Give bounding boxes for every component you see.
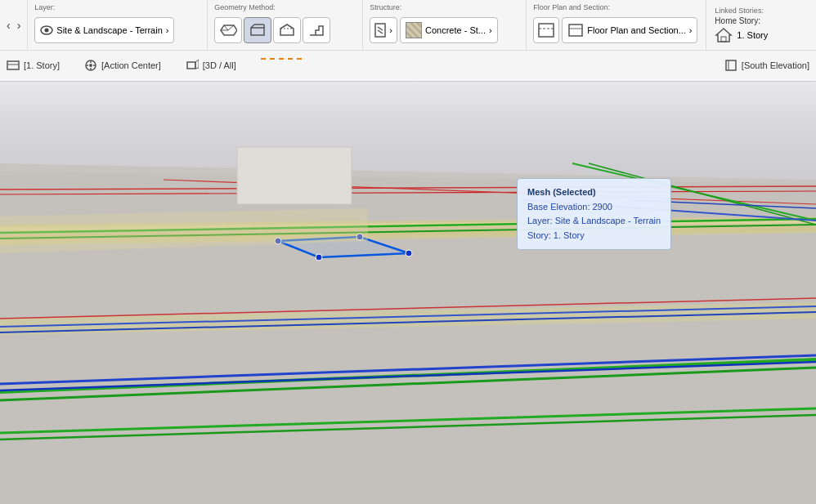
- svg-marker-21: [716, 29, 731, 42]
- structure-label: Structure:: [370, 3, 519, 11]
- floor-label: Floor Plan and Section:: [533, 3, 699, 11]
- layer-dropdown[interactable]: Site & Landscape - Terrain ›: [34, 17, 174, 43]
- structure-arrow-chevron: ›: [389, 25, 392, 35]
- svg-marker-13: [310, 26, 323, 35]
- toolbar-bottom-row: [1. Story] [Action Center] [3D / All]: [0, 51, 816, 80]
- slanted-icon: [278, 22, 296, 38]
- layer-chevron: ›: [166, 25, 169, 35]
- structure-content: › Concrete - St... ›: [370, 14, 519, 47]
- structure-arrow-btn[interactable]: ›: [370, 17, 397, 43]
- action-center-label: [Action Center]: [101, 60, 161, 70]
- linked-stories-label: Linked Stories:: [715, 7, 768, 15]
- linked-stories-section: Linked Stories: Home Story: 1. Story: [706, 0, 776, 50]
- viewport-scene: [0, 82, 816, 504]
- toolbar-top-row: ‹ › Layer: Site & Landscape - Terrain ›: [0, 0, 816, 51]
- view-3d-icon: [186, 59, 199, 72]
- svg-rect-23: [7, 61, 19, 69]
- action-center-item[interactable]: [Action Center]: [84, 59, 161, 72]
- home-story-item: 1. Story: [715, 27, 768, 43]
- floor-plan-dropdown-icon: [567, 23, 584, 38]
- svg-rect-33: [726, 60, 736, 70]
- svg-point-1: [45, 29, 49, 33]
- floor-plan-section: Floor Plan and Section: Floor Plan and S…: [527, 0, 706, 50]
- action-center-icon: [84, 59, 97, 72]
- floor-plan-dropdown[interactable]: Floor Plan and Section... ›: [562, 17, 697, 43]
- south-elevation-label: [South Elevation]: [742, 60, 809, 70]
- geometry-label: Geometry Method:: [214, 3, 356, 11]
- complex-icon: [307, 22, 325, 38]
- layer-label: Layer:: [34, 3, 200, 11]
- svg-rect-17: [539, 24, 554, 37]
- nav-left-button[interactable]: ‹: [3, 17, 14, 33]
- svg-line-3: [224, 25, 228, 30]
- texture-preview: [406, 22, 422, 38]
- story-bottom-item[interactable]: [1. Story]: [7, 59, 60, 72]
- eye-icon: [40, 25, 53, 35]
- svg-point-61: [316, 254, 322, 261]
- view-3d-item[interactable]: [3D / All]: [186, 59, 236, 72]
- toolbar: ‹ › Layer: Site & Landscape - Terrain ›: [0, 0, 816, 82]
- structure-arrow-icon: [374, 23, 386, 38]
- svg-rect-22: [721, 37, 726, 42]
- home-story-label: Home Story:: [715, 16, 768, 25]
- svg-line-4: [228, 25, 234, 30]
- svg-rect-31: [187, 62, 195, 69]
- south-elevation-item[interactable]: [South Elevation]: [724, 59, 809, 72]
- floor-plan-icon: [538, 23, 554, 38]
- layer-section: Layer: Site & Landscape - Terrain ›: [28, 0, 208, 50]
- structure-dropdown[interactable]: Concrete - St... ›: [400, 17, 498, 43]
- svg-line-15: [378, 27, 383, 30]
- svg-point-26: [89, 64, 92, 67]
- geometry-btn-flat[interactable]: [244, 17, 271, 43]
- svg-marker-11: [280, 25, 294, 35]
- structure-section: Structure: › Concrete - St... ›: [363, 0, 527, 50]
- view-3d-label: [3D / All]: [203, 60, 236, 70]
- svg-rect-47: [237, 147, 352, 204]
- svg-line-16: [378, 30, 383, 33]
- geometry-buttons: [214, 14, 356, 47]
- svg-rect-6: [251, 28, 264, 35]
- story-label: [1. Story]: [24, 60, 60, 70]
- floor-plan-icon-btn[interactable]: [533, 17, 559, 43]
- geometry-btn-slanted[interactable]: [273, 17, 301, 43]
- layer-value: Site & Landscape - Terrain: [56, 25, 162, 35]
- south-elevation-icon: [724, 59, 738, 72]
- structure-chevron: ›: [489, 25, 492, 35]
- home-story-value: 1. Story: [737, 30, 768, 40]
- dashed-indicator: [261, 58, 302, 60]
- nav-right-button[interactable]: ›: [14, 17, 25, 33]
- structure-value: Concrete - St...: [425, 25, 486, 35]
- story-icon: [7, 59, 20, 72]
- solid-icon: [219, 22, 237, 38]
- geometry-btn-complex[interactable]: [303, 17, 330, 43]
- geometry-section: Geometry Method:: [208, 0, 363, 50]
- layer-content: Site & Landscape - Terrain ›: [34, 14, 200, 47]
- viewport[interactable]: Mesh (Selected) Base Elevation: 2900 Lay…: [0, 82, 816, 504]
- svg-rect-14: [375, 24, 385, 37]
- floor-plan-value: Floor Plan and Section...: [587, 25, 685, 35]
- svg-rect-19: [569, 25, 582, 36]
- svg-point-60: [406, 250, 412, 256]
- house-icon: [715, 27, 733, 43]
- flat-icon: [249, 22, 267, 38]
- floor-plan-chevron: ›: [689, 25, 693, 35]
- geometry-btn-solid[interactable]: [214, 17, 242, 43]
- floor-content: Floor Plan and Section... ›: [533, 14, 699, 47]
